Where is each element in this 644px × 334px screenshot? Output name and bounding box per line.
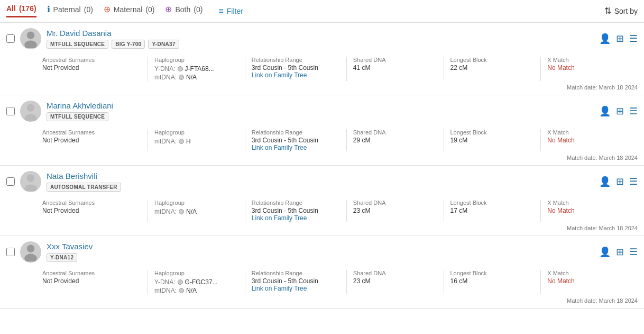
name-badges: Mr. David Dasania MTFULL SEQUENCEBIG Y-7… <box>47 29 594 49</box>
match-footer: Match date: March 18 2024 <box>0 154 644 165</box>
ancestral-surnames-label: Ancestral Surnames <box>42 57 141 63</box>
sort-button[interactable]: ⇅ Sort by <box>604 6 638 16</box>
tab-all[interactable]: All (176) <box>6 4 36 17</box>
relationship-label: Relationship Range <box>252 270 340 276</box>
family-tree-link[interactable]: Link on Family Tree <box>252 144 340 151</box>
relationship-section: Relationship Range 3rd Cousin - 5th Cous… <box>252 129 347 151</box>
mtdna-row: mtDNA: H <box>154 138 238 145</box>
haplogroup-label: Haplogroup <box>154 129 238 136</box>
family-tree-link[interactable]: Link on Family Tree <box>252 285 340 292</box>
match-name[interactable]: Nata Berishvili <box>47 171 594 180</box>
haplogroup-label: Haplogroup <box>154 200 238 206</box>
message-icon[interactable]: ☰ <box>629 246 638 258</box>
mtdna-label: mtDNA: <box>154 208 177 215</box>
x-match-value: No Match <box>547 64 631 71</box>
mtdna-row: mtDNA: N/A <box>154 74 238 81</box>
tab-both-count: (0) <box>194 5 203 14</box>
match-footer: Match date: March 18 2024 <box>0 83 644 95</box>
shared-dna-section: Shared DNA 29 cM <box>353 129 444 151</box>
x-match-section: X Match No Match <box>547 129 638 151</box>
longest-block-section: Longest Block 16 cM <box>450 270 541 294</box>
ancestral-surnames-section: Ancestral Surnames Not Provided <box>42 200 148 222</box>
longest-block-label: Longest Block <box>450 200 535 206</box>
person-icon[interactable]: 👤 <box>599 33 611 44</box>
family-tree-link[interactable]: Link on Family Tree <box>252 71 340 79</box>
mtdna-label: mtDNA: <box>154 138 177 145</box>
message-icon[interactable]: ☰ <box>629 176 638 187</box>
person-icon[interactable]: 👤 <box>599 246 611 258</box>
badge: MTFULL SEQUENCE <box>47 40 108 49</box>
tab-paternal[interactable]: ℹ Paternal (0) <box>47 4 93 17</box>
x-match-label: X Match <box>547 129 631 136</box>
name-badges: Nata Berishvili AUTOSOMAL TRANSFER <box>47 171 594 192</box>
match-actions: 👤 ⊞ ☰ <box>599 246 638 258</box>
match-details: Ancestral Surnames Not Provided Haplogro… <box>0 125 644 154</box>
x-match-value: No Match <box>547 207 631 214</box>
match-actions: 👤 ⊞ ☰ <box>599 105 638 117</box>
haplogroup-section: Haplogroup mtDNA: N/A <box>154 200 245 222</box>
mtdna-dot <box>179 75 184 80</box>
tree-icon[interactable]: ⊞ <box>616 176 624 187</box>
match-name[interactable]: Xxx Tavasiev <box>47 242 594 251</box>
shared-dna-label: Shared DNA <box>353 129 437 136</box>
x-match-value: No Match <box>547 137 631 144</box>
ydna-row: Y-DNA: G-FGC37... <box>154 278 238 286</box>
match-name[interactable]: Marina Akhvlediani <box>47 101 594 110</box>
svg-point-5 <box>24 184 36 191</box>
family-tree-link[interactable]: Link on Family Tree <box>252 214 340 222</box>
tab-both[interactable]: ⊕ Both (0) <box>165 4 203 17</box>
filter-icon: ≡ <box>218 6 223 16</box>
paternal-icon: ℹ <box>47 4 50 14</box>
ancestral-surnames-label: Ancestral Surnames <box>42 200 141 206</box>
match-name[interactable]: Mr. David Dasania <box>47 29 594 38</box>
person-icon[interactable]: 👤 <box>599 176 611 187</box>
x-match-section: X Match No Match <box>547 200 638 222</box>
longest-block-label: Longest Block <box>450 270 535 276</box>
tree-icon[interactable]: ⊞ <box>616 33 624 44</box>
select-checkbox[interactable] <box>6 107 15 115</box>
match-details: Ancestral Surnames Not Provided Haplogro… <box>0 266 644 296</box>
ancestral-surnames-section: Ancestral Surnames Not Provided <box>42 129 148 151</box>
ydna-label: Y-DNA: <box>154 278 176 286</box>
match-actions: 👤 ⊞ ☰ <box>599 176 638 187</box>
select-checkbox[interactable] <box>6 177 15 186</box>
message-icon[interactable]: ☰ <box>629 105 638 117</box>
top-nav: All (176) ℹ Paternal (0) ⊕ Maternal (0) … <box>0 0 644 23</box>
message-icon[interactable]: ☰ <box>629 33 638 44</box>
match-header: Marina Akhvlediani MTFULL SEQUENCE 👤 ⊞ ☰ <box>0 95 644 125</box>
match-date: Match date: March 18 2024 <box>567 225 638 231</box>
match-date: Match date: March 18 2024 <box>567 84 638 91</box>
person-icon[interactable]: 👤 <box>599 105 611 117</box>
filter-button[interactable]: ≡ Filter <box>218 6 243 16</box>
match-header: Nata Berishvili AUTOSOMAL TRANSFER 👤 ⊞ ☰ <box>0 166 644 195</box>
badges-row: AUTOSOMAL TRANSFER <box>47 183 594 192</box>
longest-block-value: 16 cM <box>450 277 535 285</box>
name-badges: Marina Akhvlediani MTFULL SEQUENCE <box>47 101 594 121</box>
mtdna-row: mtDNA: N/A <box>154 287 238 294</box>
relationship-label: Relationship Range <box>252 57 340 63</box>
haplogroup-label: Haplogroup <box>154 57 238 63</box>
svg-point-0 <box>27 32 34 39</box>
longest-block-section: Longest Block 19 cM <box>450 129 541 151</box>
longest-block-section: Longest Block 17 cM <box>450 200 541 222</box>
tab-all-label: All <box>6 4 16 13</box>
shared-dna-value: 23 cM <box>353 277 437 285</box>
longest-block-label: Longest Block <box>450 129 535 136</box>
svg-point-6 <box>27 245 34 252</box>
relationship-label: Relationship Range <box>252 200 340 206</box>
tree-icon[interactable]: ⊞ <box>616 105 624 117</box>
haplogroup-section: Haplogroup Y-DNA: J-FTA68... mtDNA: N/A <box>154 57 245 81</box>
select-checkbox[interactable] <box>6 34 15 43</box>
ydna-value: J-FTA68... <box>185 65 214 73</box>
mtdna-row: mtDNA: N/A <box>154 208 238 215</box>
avatar <box>20 171 41 192</box>
tree-icon[interactable]: ⊞ <box>616 246 624 258</box>
select-checkbox[interactable] <box>6 248 15 256</box>
mtdna-label: mtDNA: <box>154 287 177 294</box>
x-match-label: X Match <box>547 270 631 276</box>
shared-dna-label: Shared DNA <box>353 57 437 63</box>
match-footer: Match date: March 18 2024 <box>0 224 644 236</box>
badge: AUTOSOMAL TRANSFER <box>47 183 121 192</box>
match-details: Ancestral Surnames Not Provided Haplogro… <box>0 52 644 83</box>
tab-maternal[interactable]: ⊕ Maternal (0) <box>104 4 155 17</box>
